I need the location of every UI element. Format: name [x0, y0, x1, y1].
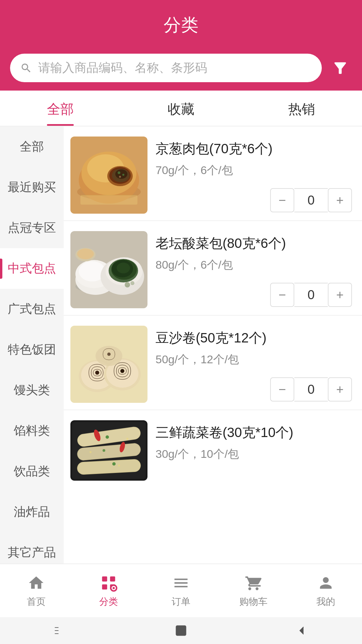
tab-bar: 全部 收藏 热销	[0, 91, 362, 126]
filter-icon	[331, 59, 349, 77]
search-input-wrap[interactable]: 请输入商品编码、名称、条形码	[10, 54, 322, 82]
nav-categories[interactable]: 分类	[72, 564, 145, 617]
product-spec: 70g/个，6个/包	[156, 163, 352, 178]
svg-point-51	[112, 462, 116, 466]
product-name: 三鲜蔬菜卷(30克*10个)	[156, 424, 352, 441]
increase-button[interactable]: +	[328, 283, 352, 307]
list-icon	[171, 573, 191, 593]
nav-profile[interactable]: 我的	[290, 564, 362, 617]
nav-home-label: 首页	[27, 595, 46, 608]
increase-button[interactable]: +	[328, 188, 352, 212]
back-button[interactable]	[292, 621, 312, 641]
product-item: 京葱肉包(70克*6个) 70g/个，6个/包 − 0 +	[64, 126, 362, 221]
quantity-value: 0	[294, 283, 328, 307]
increase-button[interactable]: +	[328, 377, 352, 401]
svg-point-50	[103, 449, 105, 452]
svg-rect-65	[176, 626, 186, 635]
sidebar-item-chinese-buns[interactable]: 中式包点	[0, 248, 64, 289]
nav-categories-label: 分类	[99, 595, 118, 608]
nav-home[interactable]: 首页	[0, 564, 72, 617]
product-name: 老坛酸菜包(80克*6个)	[156, 234, 352, 252]
sidebar-item-others[interactable]: 其它产品	[0, 532, 64, 564]
menu-button[interactable]	[50, 621, 70, 641]
nav-profile-label: 我的	[316, 595, 335, 608]
product-image	[70, 326, 147, 403]
product-info: 老坛酸菜包(80克*6个) 80g/个，6个/包 − 0 +	[147, 231, 352, 307]
svg-point-24	[117, 263, 130, 273]
nav-orders-label: 订单	[172, 595, 190, 608]
bottom-navigation: 首页 分类 订单	[0, 564, 362, 617]
quantity-control: − 0 +	[156, 188, 352, 212]
sidebar-item-recent[interactable]: 最近购买	[0, 167, 64, 208]
sidebar-item-fried[interactable]: 油炸品	[0, 492, 64, 532]
product-spec: 50g/个，12个/包	[156, 352, 352, 367]
main-content: 全部 最近购买 点冠专区 中式包点 广式包点 特色饭团 馒头类 馅料类 饮品类 …	[0, 126, 362, 564]
sidebar-item-cantonese-buns[interactable]: 广式包点	[0, 289, 64, 329]
svg-point-26	[77, 249, 94, 259]
svg-point-33	[95, 371, 99, 375]
svg-point-38	[107, 353, 111, 356]
product-item: 老坛酸菜包(80克*6个) 80g/个，6个/包 − 0 +	[64, 221, 362, 316]
svg-rect-12	[80, 195, 137, 205]
svg-point-27	[125, 282, 130, 287]
product-image-roll	[70, 326, 147, 403]
quantity-value: 0	[294, 188, 328, 212]
product-image-bun	[70, 137, 147, 214]
quantity-control: − 0 +	[156, 377, 352, 401]
page-title: 分类	[0, 13, 362, 37]
svg-point-9	[118, 171, 120, 174]
nav-cart-label: 购物车	[239, 595, 267, 608]
product-image	[70, 231, 147, 308]
filter-button[interactable]	[328, 56, 352, 80]
quantity-control: − 0 +	[156, 283, 352, 307]
svg-point-36	[120, 369, 124, 373]
product-image-vegbun	[70, 231, 147, 308]
product-spec: 80g/个，6个/包	[156, 257, 352, 273]
sidebar-item-filling[interactable]: 馅料类	[0, 411, 64, 451]
svg-rect-56	[110, 577, 115, 582]
cart-icon	[244, 573, 263, 593]
product-spec: 30g/个，10个/包	[156, 446, 352, 462]
svg-point-8	[115, 169, 127, 179]
svg-point-10	[122, 174, 124, 176]
nav-orders[interactable]: 订单	[145, 564, 217, 617]
tab-all[interactable]: 全部	[0, 91, 121, 126]
svg-point-28	[130, 281, 134, 285]
svg-point-49	[106, 435, 109, 439]
svg-point-52	[89, 451, 92, 453]
home-icon	[26, 573, 46, 593]
header: 分类	[0, 0, 362, 47]
svg-point-11	[119, 176, 121, 178]
product-info: 三鲜蔬菜卷(30克*10个) 30g/个，10个/包	[147, 420, 352, 462]
product-info: 豆沙卷(50克*12个) 50g/个，12个/包 − 0 +	[147, 326, 352, 401]
search-bar: 请输入商品编码、名称、条形码	[0, 47, 362, 91]
sidebar-item-mantou[interactable]: 馒头类	[0, 370, 64, 411]
nav-cart[interactable]: 购物车	[217, 564, 290, 617]
product-image	[70, 137, 147, 214]
category-sidebar: 全部 最近购买 点冠专区 中式包点 广式包点 特色饭团 馒头类 馅料类 饮品类 …	[0, 126, 64, 564]
grid-icon	[99, 573, 118, 593]
system-bar	[0, 617, 362, 644]
tab-favorites[interactable]: 收藏	[121, 91, 241, 126]
decrease-button[interactable]: −	[270, 188, 294, 212]
sidebar-item-all[interactable]: 全部	[0, 126, 64, 167]
product-list: 京葱肉包(70克*6个) 70g/个，6个/包 − 0 +	[64, 126, 362, 564]
sidebar-item-rice-ball[interactable]: 特色饭团	[0, 329, 64, 370]
product-image-springroll	[70, 420, 147, 481]
product-name: 京葱肉包(70克*6个)	[156, 140, 352, 157]
home-button[interactable]	[171, 621, 191, 641]
search-icon	[20, 62, 32, 74]
svg-point-61	[113, 587, 115, 589]
search-placeholder: 请输入商品编码、名称、条形码	[38, 60, 207, 76]
product-info: 京葱肉包(70克*6个) 70g/个，6个/包 − 0 +	[147, 137, 352, 212]
svg-point-54	[118, 465, 120, 467]
person-icon	[316, 573, 336, 593]
sidebar-item-drinks[interactable]: 饮品类	[0, 451, 64, 492]
decrease-button[interactable]: −	[270, 283, 294, 307]
tab-hot[interactable]: 热销	[241, 91, 362, 126]
decrease-button[interactable]: −	[270, 377, 294, 401]
svg-point-53	[126, 438, 128, 440]
sidebar-item-diguan[interactable]: 点冠专区	[0, 208, 64, 248]
svg-rect-57	[102, 584, 107, 589]
product-item: 豆沙卷(50克*12个) 50g/个，12个/包 − 0 +	[64, 316, 362, 410]
